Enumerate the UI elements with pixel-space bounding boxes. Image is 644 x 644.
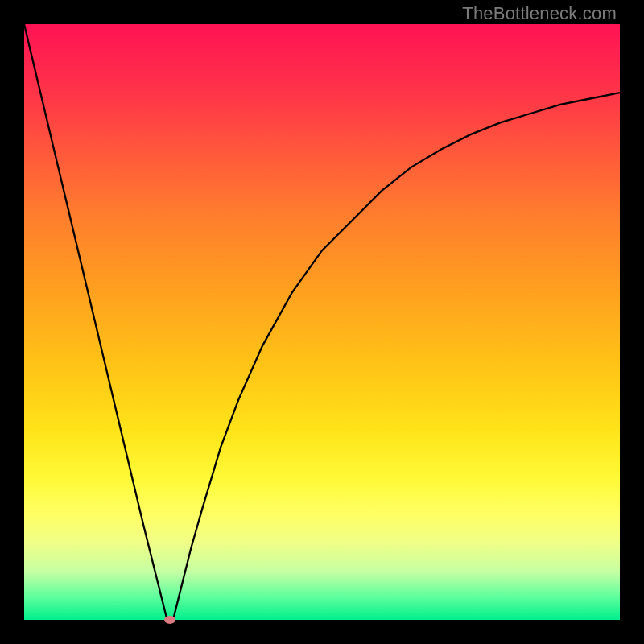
chart-frame: TheBottleneck.com — [0, 0, 644, 644]
curve-layer — [24, 24, 620, 620]
watermark-text: TheBottleneck.com — [462, 3, 617, 24]
bottleneck-curve — [24, 24, 620, 620]
plot-area — [24, 24, 620, 620]
min-marker — [164, 616, 175, 624]
